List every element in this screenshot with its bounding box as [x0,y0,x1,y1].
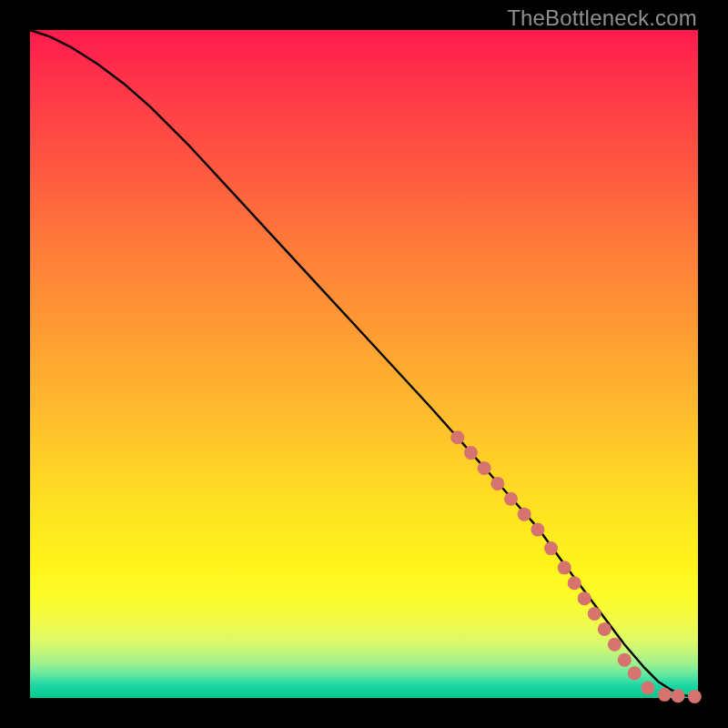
series-dot [598,622,612,636]
series-dot [558,561,571,574]
chart-stage: TheBottleneck.com [0,0,728,728]
series-dot [504,492,518,506]
series-dot [544,541,558,555]
dotted-segment [450,430,702,703]
series-dot [478,461,491,475]
series-dot [671,689,684,703]
chart-overlay [30,30,698,698]
series-dot [688,690,702,703]
series-dot [518,508,531,521]
watermark-text: TheBottleneck.com [507,5,697,31]
series-dot [578,592,592,605]
series-dot [628,666,642,680]
series-dot [588,607,602,621]
series-dot [490,477,504,490]
series-dot [658,688,672,702]
series-dot [568,576,581,590]
series-dot [464,446,478,460]
curve-line [30,30,698,698]
series-dot [531,523,544,537]
series-dot [641,681,654,694]
series-dot [608,638,622,652]
series-dot [618,653,632,667]
series-dot [450,430,464,444]
